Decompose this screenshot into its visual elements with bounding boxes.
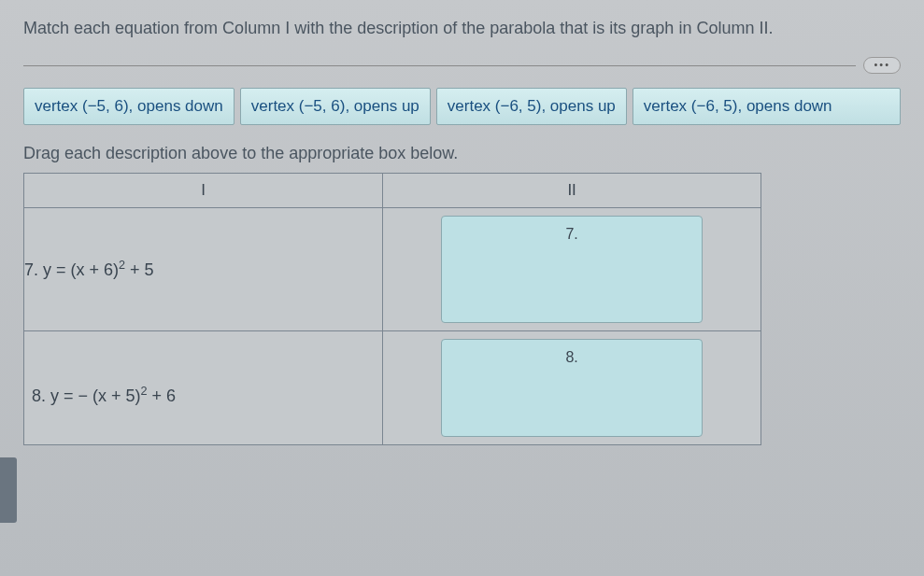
equation-cell-8: 8. y = − (x + 5)2 + 6 <box>24 331 383 445</box>
drop-zone-8[interactable]: 8. <box>441 339 703 437</box>
drop-zone-7[interactable]: 7. <box>441 216 703 323</box>
equation-exponent: 2 <box>141 385 148 398</box>
table-row: 7. y = (x + 6)2 + 5 7. <box>24 208 761 331</box>
matching-table: I II 7. y = (x + 6)2 + 5 7. 8. y = − (x … <box>23 173 761 445</box>
equation-body-pre: y = − (x + 5) <box>46 386 141 405</box>
equation-body-post: + 6 <box>148 386 177 405</box>
equation-number: 8. <box>32 386 46 405</box>
equation-number: 7. <box>24 260 38 279</box>
drag-instructions: Drag each description above to the appro… <box>23 144 901 163</box>
main-instructions: Match each equation from Column I with t… <box>23 19 901 38</box>
more-options-button[interactable]: ••• <box>863 57 901 74</box>
option-vertex-neg6-5-up[interactable]: vertex (−6, 5), opens up <box>436 88 627 125</box>
equation-body-pre: y = (x + 6) <box>38 260 119 279</box>
divider-row: ••• <box>23 57 901 74</box>
table-row: 8. y = − (x + 5)2 + 6 8. <box>24 331 761 445</box>
column-header-i: I <box>24 174 383 208</box>
option-vertex-neg5-6-up[interactable]: vertex (−5, 6), opens up <box>240 88 431 125</box>
drop-cell-7: 7. <box>383 208 761 331</box>
draggable-options-row: vertex (−5, 6), opens down vertex (−5, 6… <box>23 88 901 125</box>
equation-cell-7: 7. y = (x + 6)2 + 5 <box>24 208 383 331</box>
option-vertex-neg5-6-down[interactable]: vertex (−5, 6), opens down <box>23 88 235 125</box>
column-header-ii: II <box>383 174 761 208</box>
equation-exponent: 2 <box>119 259 125 272</box>
divider-line <box>23 65 856 66</box>
option-vertex-neg6-5-down[interactable]: vertex (−6, 5), opens down <box>633 88 901 125</box>
equation-body-post: + 5 <box>125 260 154 279</box>
side-handle[interactable] <box>0 457 17 523</box>
drop-cell-8: 8. <box>383 331 761 445</box>
